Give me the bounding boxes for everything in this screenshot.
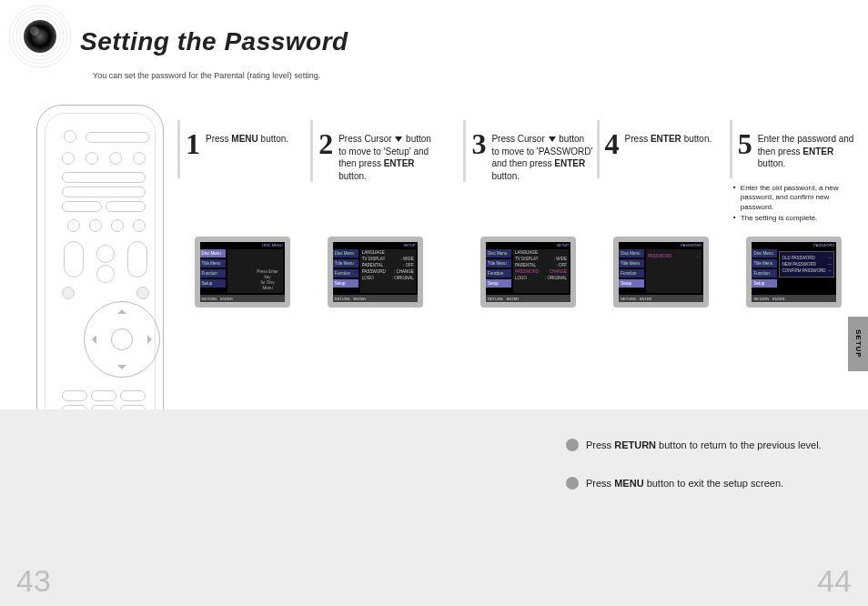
bullet-icon xyxy=(566,439,579,451)
svg-point-4 xyxy=(24,20,56,53)
screens-row: DISC MENU Disc Menu Title Menu Function … xyxy=(177,237,859,308)
step-text: Press MENU button. xyxy=(206,129,288,146)
svg-point-5 xyxy=(30,26,39,35)
step-text: Press Cursor button to move to 'PASSWORD… xyxy=(491,129,592,182)
step-number: 2 xyxy=(318,129,333,158)
page-title: Setting the Password xyxy=(80,27,348,56)
screen-preview-2: SETUP Disc Menu Title Menu Function Setu… xyxy=(328,237,423,308)
step-number: 5 xyxy=(738,129,752,158)
cursor-down-icon xyxy=(395,136,402,142)
step-3: 3 Press Cursor button to move to 'PASSWO… xyxy=(463,120,592,226)
steps-row: 1 Press MENU button. 2 Press Cursor butt… xyxy=(177,120,859,226)
screen-preview-4: PASSWORD Disc Menu Title Menu Function S… xyxy=(613,237,709,308)
step-number: 4 xyxy=(605,129,620,158)
note-return: Press RETURN button to return to the pre… xyxy=(566,439,822,451)
step-number: 3 xyxy=(471,129,486,158)
step-text: Press ENTER button. xyxy=(625,129,712,146)
note-menu: Press MENU button to exit the setup scre… xyxy=(566,477,822,490)
step-number: 1 xyxy=(186,129,200,158)
cursor-down-icon xyxy=(549,136,556,142)
page-subtitle: You can set the password for the Parenta… xyxy=(93,71,320,80)
step-text: Press Cursor button to move to 'Setup' a… xyxy=(338,129,439,182)
dpad-icon xyxy=(84,301,160,378)
speaker-decoration-icon xyxy=(4,0,76,73)
bullet: The setting is complete. xyxy=(733,214,859,223)
page-number-left: 43 xyxy=(16,563,51,599)
bullet-icon xyxy=(566,477,579,490)
step-1: 1 Press MENU button. xyxy=(177,120,307,226)
step-text: Enter the password and then press ENTER … xyxy=(758,129,859,170)
screen-preview-5: PASSWORD Disc Menu Title Menu Function S… xyxy=(746,237,842,308)
screen-preview-3: SETUP Disc Menu Title Menu Function Setu… xyxy=(480,237,576,308)
step-5-notes: Enter the old password, a new password, … xyxy=(730,184,859,224)
bullet: Enter the old password, a new password, … xyxy=(733,184,859,212)
step-5: 5 Enter the password and then press ENTE… xyxy=(730,120,859,226)
step-4: 4 Press ENTER button. xyxy=(597,120,726,226)
section-tab-setup: SETUP xyxy=(848,317,868,371)
step-2: 2 Press Cursor button to move to 'Setup'… xyxy=(310,120,439,226)
screen-preview-1: DISC MENU Disc Menu Title Menu Function … xyxy=(195,237,290,308)
footer-notes: Press RETURN button to return to the pre… xyxy=(566,439,822,490)
page-number-right: 44 xyxy=(817,563,852,599)
